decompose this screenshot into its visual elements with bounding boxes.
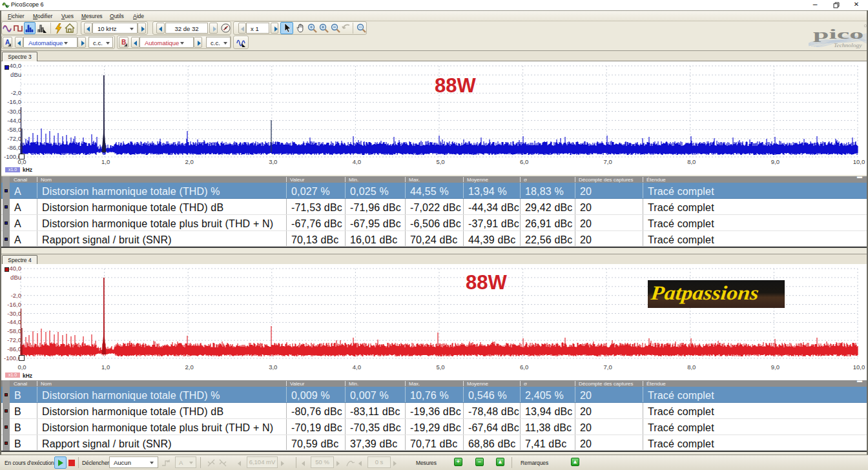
svg-text:Technology: Technology	[834, 42, 862, 48]
svg-text:pico: pico	[813, 26, 863, 42]
